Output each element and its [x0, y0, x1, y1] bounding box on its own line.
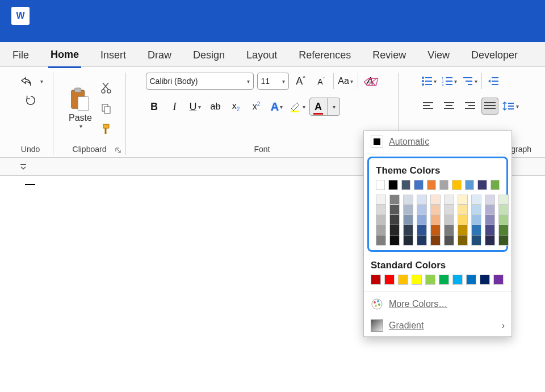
color-swatch[interactable] — [485, 235, 495, 246]
repeat-button[interactable] — [22, 92, 39, 109]
underline-button[interactable]: U▾ — [187, 98, 204, 115]
color-swatch[interactable] — [465, 180, 474, 190]
color-swatch[interactable] — [376, 195, 386, 205]
color-swatch[interactable] — [417, 235, 427, 246]
color-swatch[interactable] — [485, 225, 495, 235]
color-swatch[interactable] — [388, 180, 397, 190]
tab-developer[interactable]: Developer — [469, 46, 520, 67]
color-swatch[interactable] — [458, 215, 468, 225]
color-swatch[interactable] — [471, 205, 481, 215]
tab-home[interactable]: Home — [48, 45, 81, 68]
color-swatch[interactable] — [444, 195, 454, 205]
color-swatch[interactable] — [458, 225, 468, 235]
strikethrough-button[interactable]: ab — [207, 98, 224, 115]
change-case-button[interactable]: Aa▾ — [337, 73, 354, 90]
color-swatch[interactable] — [412, 275, 422, 285]
italic-button[interactable]: I — [166, 98, 183, 115]
color-swatch[interactable] — [466, 275, 476, 285]
format-painter-button[interactable] — [99, 121, 114, 136]
color-swatch[interactable] — [485, 215, 495, 225]
undo-button[interactable] — [18, 73, 35, 90]
color-swatch[interactable] — [389, 205, 400, 215]
color-swatch[interactable] — [498, 235, 509, 246]
color-swatch[interactable] — [417, 195, 427, 205]
numbering-button[interactable]: 123 ▾ — [441, 73, 458, 90]
align-center-button[interactable] — [441, 98, 458, 115]
cut-button[interactable] — [99, 81, 114, 95]
color-swatch[interactable] — [417, 225, 427, 235]
grow-font-button[interactable]: A^ — [292, 73, 309, 90]
color-swatch[interactable] — [471, 225, 481, 235]
shrink-font-button[interactable]: Aˇ — [313, 73, 330, 90]
color-swatch[interactable] — [403, 205, 413, 215]
color-swatch[interactable] — [398, 275, 408, 285]
color-swatch[interactable] — [452, 275, 463, 285]
color-swatch[interactable] — [458, 235, 468, 246]
automatic-color-row[interactable]: Automatic — [364, 131, 512, 153]
gradient-row[interactable]: Gradient › — [364, 315, 512, 336]
multilevel-list-button[interactable]: ▾ — [461, 73, 478, 90]
chevron-down-icon[interactable]: ▾ — [40, 78, 43, 85]
color-swatch[interactable] — [401, 180, 410, 190]
color-swatch[interactable] — [389, 215, 400, 225]
font-color-dropdown[interactable]: ▾ — [327, 98, 339, 115]
justify-button[interactable] — [481, 98, 498, 115]
highlight-button[interactable]: ▾ — [289, 98, 306, 115]
color-swatch[interactable] — [430, 225, 441, 235]
color-swatch[interactable] — [389, 225, 400, 235]
color-swatch[interactable] — [471, 235, 481, 246]
color-swatch[interactable] — [471, 215, 481, 225]
tab-references[interactable]: References — [296, 46, 353, 67]
qat-customize-button[interactable] — [16, 159, 31, 174]
color-swatch[interactable] — [427, 180, 436, 190]
color-swatch[interactable] — [425, 275, 435, 285]
tab-insert[interactable]: Insert — [98, 46, 128, 67]
color-swatch[interactable] — [417, 215, 427, 225]
tab-review[interactable]: Review — [370, 46, 408, 67]
tab-layout[interactable]: Layout — [244, 46, 279, 67]
color-swatch[interactable] — [491, 180, 500, 190]
tab-file[interactable]: File — [10, 46, 31, 67]
text-effects-button[interactable]: A ▾ — [269, 98, 286, 115]
color-swatch[interactable] — [430, 215, 441, 225]
color-swatch[interactable] — [403, 235, 413, 246]
color-swatch[interactable] — [477, 180, 487, 190]
color-swatch[interactable] — [444, 205, 454, 215]
font-size-dropdown[interactable]: 11 ▾ — [257, 73, 289, 90]
color-swatch[interactable] — [376, 225, 386, 235]
color-swatch[interactable] — [389, 235, 400, 246]
color-swatch[interactable] — [430, 235, 441, 246]
color-swatch[interactable] — [444, 225, 454, 235]
color-swatch[interactable] — [480, 275, 490, 285]
color-swatch[interactable] — [498, 195, 509, 205]
align-left-button[interactable] — [420, 98, 437, 115]
color-swatch[interactable] — [403, 215, 413, 225]
color-swatch[interactable] — [430, 205, 441, 215]
font-color-split-button[interactable]: A ▾ — [309, 98, 340, 116]
bullets-button[interactable]: ▾ — [420, 73, 437, 90]
color-swatch[interactable] — [485, 195, 495, 205]
copy-button[interactable] — [99, 101, 114, 116]
superscript-button[interactable]: x2 — [248, 98, 265, 115]
align27-right-button[interactable] — [461, 98, 478, 115]
line-spacing-button[interactable]: ▾ — [502, 98, 519, 115]
color-swatch[interactable] — [485, 205, 495, 215]
color-swatch[interactable] — [376, 205, 386, 215]
paste-button[interactable]: Paste ▾ — [65, 85, 95, 132]
font-color-apply[interactable]: A — [310, 98, 327, 115]
color-swatch[interactable] — [458, 205, 468, 215]
color-swatch[interactable] — [498, 215, 509, 225]
decrease-indent-button[interactable] — [485, 73, 502, 90]
color-swatch[interactable] — [376, 235, 386, 246]
color-swatch[interactable] — [493, 275, 504, 285]
color-swatch[interactable] — [439, 180, 448, 190]
color-swatch[interactable] — [498, 225, 509, 235]
color-swatch[interactable] — [444, 235, 454, 246]
color-swatch[interactable] — [376, 180, 385, 190]
color-swatch[interactable] — [414, 180, 423, 190]
color-swatch[interactable] — [452, 180, 461, 190]
font-name-dropdown[interactable]: Calibri (Body) ▾ — [146, 73, 254, 90]
color-swatch[interactable] — [403, 195, 413, 205]
clipboard-dialog-launcher[interactable] — [115, 147, 123, 155]
clear-formatting-button[interactable]: A⌫ — [362, 73, 379, 90]
